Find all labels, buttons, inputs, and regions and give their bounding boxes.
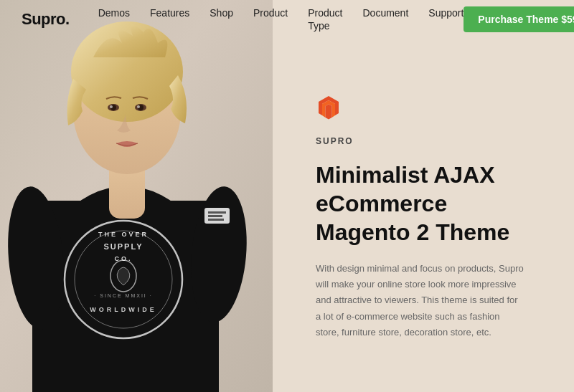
svg-rect-7: [208, 211, 226, 214]
nav-link-support[interactable]: Support: [428, 7, 464, 19]
brand-label: SUPRO: [316, 136, 538, 146]
logo[interactable]: Supro.: [22, 10, 70, 29]
svg-text:THE OVER: THE OVER: [98, 231, 149, 238]
nav-item-product-type[interactable]: Product Type: [308, 6, 342, 32]
model-photo: THE OVER SUPPLY CO. · SINCE MMXII · WORL…: [0, 0, 273, 392]
svg-rect-8: [208, 215, 222, 217]
svg-text:· SINCE MMXII ·: · SINCE MMXII ·: [94, 293, 152, 298]
nav-item-support[interactable]: Support: [428, 6, 464, 32]
navbar: Supro. Demos Features Shop Product Produ…: [0, 0, 574, 39]
nav-link-document[interactable]: Document: [362, 7, 408, 19]
svg-point-18: [137, 105, 140, 108]
nav-link-product-type[interactable]: Product Type: [308, 7, 342, 32]
nav-item-features[interactable]: Features: [150, 6, 189, 32]
nav-links: Demos Features Shop Product Product Type…: [98, 6, 464, 32]
svg-rect-9: [208, 219, 224, 221]
hero-image: THE OVER SUPPLY CO. · SINCE MMXII · WORL…: [0, 0, 273, 392]
svg-point-17: [110, 105, 113, 108]
nav-link-features[interactable]: Features: [150, 7, 189, 19]
hero-title: Minimalist AJAX eCommerce Magento 2 Them…: [316, 161, 538, 247]
purchase-button[interactable]: Purchase Theme $59: [464, 6, 574, 32]
nav-item-product[interactable]: Product: [253, 6, 288, 32]
magento-icon: [316, 95, 538, 129]
nav-item-demos[interactable]: Demos: [98, 6, 130, 32]
hero-content: SUPRO Minimalist AJAX eCommerce Magento …: [273, 0, 574, 392]
nav-item-shop[interactable]: Shop: [210, 6, 233, 32]
svg-text:WORLDWIDE: WORLDWIDE: [90, 306, 157, 313]
nav-link-shop[interactable]: Shop: [210, 7, 233, 19]
model-svg: THE OVER SUPPLY CO. · SINCE MMXII · WORL…: [0, 0, 273, 392]
nav-item-document[interactable]: Document: [362, 6, 408, 32]
hero-section: THE OVER SUPPLY CO. · SINCE MMXII · WORL…: [0, 0, 574, 392]
svg-text:SUPPLY: SUPPLY: [103, 242, 143, 251]
hero-description: With design minimal and focus on product…: [316, 261, 524, 340]
nav-link-product[interactable]: Product: [253, 7, 288, 19]
svg-text:CO.: CO.: [114, 255, 132, 262]
nav-link-demos[interactable]: Demos: [98, 7, 130, 19]
